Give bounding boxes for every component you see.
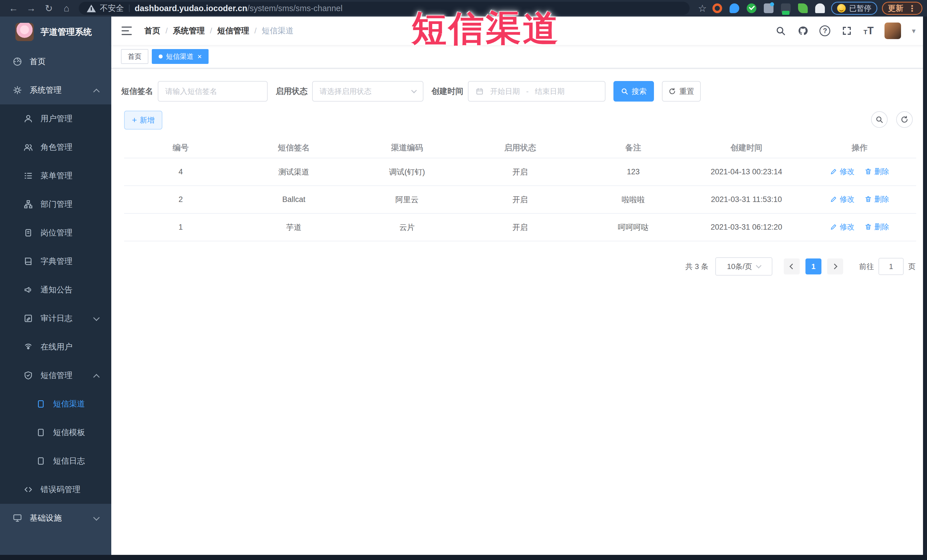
fullscreen-icon[interactable] <box>841 25 853 36</box>
chevron-down-icon <box>93 315 100 321</box>
table-row: 1 芋道 云片 开启 呵呵呵哒 2021-03-31 06:12:20 修改 删… <box>124 213 916 241</box>
page-number-1[interactable]: 1 <box>805 258 821 275</box>
breadcrumb-home[interactable]: 首页 <box>144 26 160 36</box>
search-icon[interactable] <box>775 25 786 36</box>
refresh-icon <box>900 115 909 123</box>
table-toolbar: + 新增 <box>121 111 916 129</box>
extension-pin-icon[interactable] <box>729 3 739 13</box>
sidebar-item-dict[interactable]: 字典管理 <box>0 247 111 276</box>
sidebar-item-menus[interactable]: 菜单管理 <box>0 161 111 190</box>
document-icon <box>36 428 46 437</box>
sidebar-item-audit-log[interactable]: 审计日志 <box>0 304 111 332</box>
tags-view-bar: 首页 短信渠道 × <box>111 45 927 68</box>
page-content: 短信签名 启用状态 请选择启用状态 创建时间 开始日期 - 结束日期 <box>111 68 927 276</box>
browser-home-icon[interactable]: ⌂ <box>58 3 75 14</box>
browser-back-icon[interactable]: ← <box>5 3 22 14</box>
address-bar[interactable]: 不安全 dashboard.yudao.iocoder.cn /system/s… <box>79 2 690 15</box>
edit-link[interactable]: 修改 <box>830 167 854 177</box>
reset-button[interactable]: 重置 <box>662 81 701 102</box>
paused-extension-chip[interactable]: 已暂停 <box>831 2 877 15</box>
plus-icon: + <box>132 116 137 124</box>
breadcrumb-system[interactable]: 系统管理 <box>173 26 205 36</box>
page-size-select[interactable]: 10条/页 <box>715 257 772 276</box>
refresh-table-button[interactable] <box>896 111 913 128</box>
sidebar-item-departments[interactable]: 部门管理 <box>0 190 111 219</box>
breadcrumb: 首页 / 系统管理 / 短信管理 / 短信渠道 <box>144 26 293 36</box>
org-tree-icon <box>23 199 33 209</box>
sidebar-item-home[interactable]: 首页 <box>0 47 111 76</box>
refresh-icon <box>669 88 676 95</box>
code-icon <box>23 485 33 495</box>
document-icon <box>36 399 46 409</box>
create-time-label: 创建时间 <box>432 86 464 97</box>
sidebar-item-notice[interactable]: 通知公告 <box>0 276 111 304</box>
dictionary-book-icon <box>23 256 33 266</box>
sidebar-item-system[interactable]: 系统管理 <box>0 76 111 105</box>
sidebar: 芋道管理系统 首页 系统管理 用户管理 角色管理 菜单管 <box>0 17 111 560</box>
chevron-right-icon <box>832 264 837 269</box>
signal-icon <box>23 342 33 352</box>
status-label: 启用状态 <box>276 86 308 97</box>
bookmark-star-icon[interactable]: ☆ <box>698 3 707 14</box>
prev-page-button[interactable] <box>784 258 800 275</box>
signature-input[interactable] <box>165 87 260 96</box>
delete-link[interactable]: 删除 <box>865 194 889 204</box>
sidebar-item-sms-log[interactable]: 短信日志 <box>0 447 111 475</box>
help-icon[interactable]: ? <box>819 26 830 36</box>
sidebar-item-posts[interactable]: 岗位管理 <box>0 219 111 247</box>
dashboard-icon <box>12 57 22 67</box>
extension-ring-icon[interactable] <box>713 3 722 13</box>
extension-leaf-icon[interactable] <box>798 3 808 13</box>
date-range-picker[interactable]: 开始日期 - 结束日期 <box>468 81 605 102</box>
sidebar-item-sms-template[interactable]: 短信模板 <box>0 418 111 447</box>
sidebar-item-sms-channel[interactable]: 短信渠道 <box>0 390 111 418</box>
tab-home[interactable]: 首页 <box>121 49 148 64</box>
table-header-row: 编号 短信签名 渠道编码 启用状态 备注 创建时间 操作 <box>124 138 916 158</box>
gear-icon <box>12 85 22 95</box>
avatar[interactable] <box>884 23 901 39</box>
app-logo-block[interactable]: 芋道管理系统 <box>0 17 111 47</box>
font-size-icon[interactable]: TT <box>863 25 873 37</box>
document-icon <box>36 456 46 466</box>
sidebar-item-sms[interactable]: 短信管理 <box>0 361 111 390</box>
edit-pen-icon <box>830 196 837 203</box>
update-label: 更新 <box>888 3 903 14</box>
goto-page: 前往 页 <box>859 258 916 275</box>
edit-link[interactable]: 修改 <box>830 194 854 204</box>
sidebar-item-error-code[interactable]: 错误码管理 <box>0 475 111 504</box>
toggle-search-button[interactable] <box>871 111 887 128</box>
delete-link[interactable]: 删除 <box>865 222 889 232</box>
extension-ghost-icon[interactable] <box>815 3 825 13</box>
signature-input-wrap <box>158 81 267 102</box>
breadcrumb-sms[interactable]: 短信管理 <box>217 26 249 36</box>
avatar-caret-icon[interactable]: ▾ <box>912 27 916 35</box>
tab-sms-channel[interactable]: 短信渠道 × <box>152 49 208 64</box>
table-row: 4 测试渠道 调试(钉钉) 开启 123 2021-04-13 00:23:14… <box>124 158 916 186</box>
browser-menu-icon[interactable]: ⋮ <box>908 3 916 14</box>
browser-forward-icon[interactable]: → <box>22 3 40 14</box>
goto-page-input[interactable] <box>878 258 904 275</box>
navbar: 首页 / 系统管理 / 短信管理 / 短信渠道 ? TT ▾ <box>111 17 927 45</box>
sidebar-item-roles[interactable]: 角色管理 <box>0 133 111 161</box>
sidebar-item-online-users[interactable]: 在线用户 <box>0 332 111 361</box>
extension-slate-icon[interactable] <box>764 3 774 13</box>
add-button[interactable]: + 新增 <box>124 111 163 129</box>
edit-link[interactable]: 修改 <box>830 222 854 232</box>
close-tab-icon[interactable]: × <box>198 53 202 60</box>
not-secure-label: 不安全 <box>100 3 124 14</box>
status-select[interactable]: 请选择启用状态 <box>312 81 423 102</box>
browser-reload-icon[interactable]: ↻ <box>40 3 58 14</box>
sidebar-item-users[interactable]: 用户管理 <box>0 105 111 133</box>
monitor-icon <box>12 513 22 523</box>
next-page-button[interactable] <box>827 258 843 275</box>
delete-link[interactable]: 删除 <box>865 167 889 177</box>
github-icon[interactable] <box>797 25 808 36</box>
table-row: 2 Ballcat 阿里云 开启 啦啦啦 2021-03-31 11:53:10… <box>124 186 916 213</box>
sidebar-item-infra[interactable]: 基础设施 <box>0 504 111 532</box>
browser-update-button[interactable]: 更新 ⋮ <box>882 2 922 15</box>
extension-on-badge-icon[interactable] <box>781 3 790 13</box>
extension-check-icon[interactable] <box>747 3 756 13</box>
search-button[interactable]: 搜索 <box>614 81 654 102</box>
hamburger-icon[interactable] <box>122 27 132 35</box>
app-logo <box>15 23 33 41</box>
